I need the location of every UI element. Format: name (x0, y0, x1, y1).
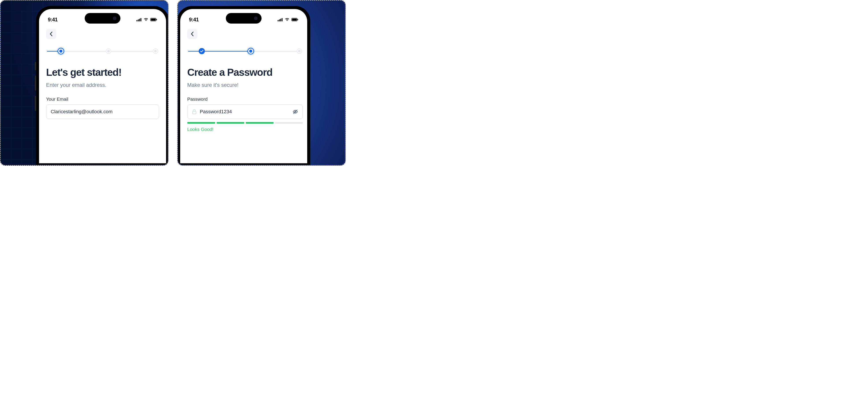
phone-notch (226, 13, 261, 24)
phone-notch (85, 13, 120, 24)
eye-off-icon[interactable] (292, 109, 298, 114)
step-dot-upcoming (106, 48, 111, 54)
progress-stepper (46, 48, 159, 55)
wifi-icon (144, 18, 148, 22)
progress-stepper (187, 48, 303, 55)
screen-content: Create a Password Make sure it's secure!… (180, 25, 307, 132)
battery-icon (291, 18, 298, 22)
step-dot-upcoming (297, 48, 302, 54)
email-field-label: Your Email (46, 97, 159, 102)
check-icon (200, 50, 204, 53)
email-input-wrapper[interactable] (46, 104, 159, 119)
svg-rect-9 (280, 19, 281, 22)
email-input[interactable] (51, 109, 154, 114)
chevron-left-icon (50, 32, 53, 36)
step-line (205, 51, 247, 51)
password-field-label: Password (187, 97, 303, 102)
status-time: 9:41 (189, 17, 199, 23)
page-subtitle: Enter your email address. (46, 82, 159, 88)
phone-frame: 9:41 (177, 6, 310, 166)
step-dot-upcoming (153, 48, 158, 54)
svg-rect-1 (138, 20, 139, 22)
front-camera (254, 16, 257, 20)
phone-screen: 9:41 (39, 9, 166, 163)
status-icons (136, 18, 157, 22)
svg-rect-6 (156, 19, 157, 20)
strength-segment (217, 122, 245, 124)
back-button[interactable] (46, 29, 56, 39)
svg-rect-5 (151, 19, 156, 21)
chevron-left-icon (191, 32, 194, 36)
step-dot-current (247, 48, 254, 55)
svg-rect-3 (141, 18, 142, 22)
password-strength-text: Looks Good! (187, 127, 303, 132)
battery-icon (150, 18, 157, 22)
page-subtitle: Make sure it's secure! (187, 82, 303, 88)
step-line (111, 51, 153, 51)
phone-side-button (35, 62, 36, 70)
strength-segment (246, 122, 274, 124)
svg-rect-7 (278, 20, 279, 22)
svg-rect-14 (192, 111, 196, 114)
svg-rect-8 (279, 20, 280, 22)
mockup-panel-password: 9:41 (177, 0, 346, 166)
mockup-panel-email: 9:41 (0, 0, 168, 166)
strength-segment (187, 122, 215, 124)
wifi-icon (285, 18, 289, 22)
status-icons (278, 18, 298, 22)
svg-rect-12 (292, 19, 297, 21)
step-dot-current (58, 48, 64, 55)
page-title: Let's get started! (46, 67, 159, 78)
phone-volume-up (35, 76, 36, 91)
svg-rect-10 (282, 18, 282, 22)
svg-rect-2 (139, 19, 140, 22)
screen-content: Let's get started! Enter your email addr… (39, 25, 166, 119)
page-title: Create a Password (187, 67, 303, 78)
step-line (47, 51, 58, 51)
password-strength-meter (187, 122, 303, 124)
strength-segment (275, 122, 303, 124)
step-line (254, 51, 297, 51)
back-button[interactable] (187, 29, 197, 39)
cellular-icon (136, 18, 142, 22)
step-line (64, 51, 106, 51)
lock-icon (192, 109, 197, 114)
step-line (188, 51, 199, 51)
svg-rect-13 (298, 19, 298, 20)
status-time: 9:41 (48, 17, 58, 23)
svg-rect-0 (136, 20, 137, 22)
phone-screen: 9:41 (180, 9, 307, 163)
step-dot-completed (199, 48, 205, 54)
phone-frame: 9:41 (36, 6, 168, 166)
front-camera (113, 16, 117, 20)
cellular-icon (278, 18, 283, 22)
phone-volume-down (35, 96, 36, 111)
password-input[interactable] (200, 109, 289, 114)
password-input-wrapper[interactable] (187, 104, 303, 119)
